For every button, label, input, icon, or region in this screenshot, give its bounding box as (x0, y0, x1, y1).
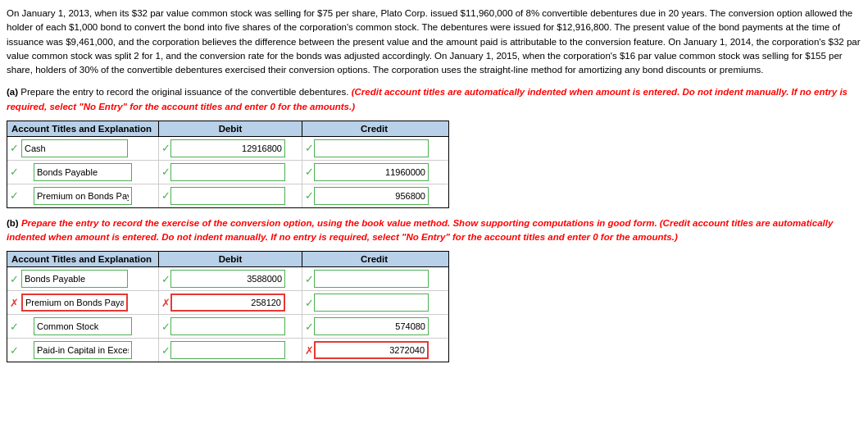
check-icon: ✓ (305, 142, 314, 154)
check-icon: ✓ (305, 166, 314, 178)
cell-debit: ✓ (159, 267, 302, 290)
part-a-letter: (a) (7, 87, 18, 97)
credit-input[interactable] (314, 317, 429, 335)
cell-credit: ✓ (302, 267, 446, 290)
cell-credit: ✓ (302, 291, 446, 314)
debit-input[interactable] (170, 341, 285, 359)
part-b-table-header: Account Titles and Explanation Debit Cre… (7, 252, 448, 267)
intro-paragraph: On January 1, 2013, when its $32 par val… (7, 7, 861, 77)
check-icon: ✓ (305, 273, 314, 285)
table-row: ✓ ✓ ✓ (7, 315, 448, 339)
debit-input[interactable] (170, 163, 285, 181)
check-icon: ✓ (10, 166, 19, 178)
intro-text: On January 1, 2013, when its $32 par val… (7, 8, 861, 75)
check-icon: ✓ (161, 166, 170, 178)
check-icon-error: ✗ (305, 344, 314, 357)
part-b-label: (b) Prepare the entry to record the exer… (7, 216, 861, 245)
credit-input[interactable] (314, 139, 429, 157)
cell-debit: ✓ (159, 339, 302, 362)
cell-credit: ✓ (302, 137, 446, 160)
table-row: ✓ ✓ ✓ (7, 267, 448, 291)
account-title-input[interactable] (34, 187, 132, 205)
check-icon: ✓ (10, 344, 19, 357)
part-a-table-header: Account Titles and Explanation Debit Cre… (7, 121, 448, 137)
cell-title: ✓ (7, 161, 159, 184)
debit-input[interactable] (170, 187, 285, 205)
part-b-letter: (b) (7, 218, 19, 228)
cell-title: ✓ (7, 184, 159, 207)
cell-title: ✓ (7, 267, 159, 290)
debit-input[interactable] (170, 139, 285, 157)
credit-input[interactable] (314, 294, 429, 312)
table-row: ✓ ✓ ✓ (7, 184, 448, 207)
table-row: ✓ ✓ ✓ (7, 137, 448, 161)
part-b-desc: Prepare the entry to record the exercise… (7, 218, 833, 242)
cell-title: ✗ (7, 291, 159, 314)
part-a-label: (a) Prepare the entry to record the orig… (7, 85, 861, 114)
credit-input[interactable] (314, 270, 429, 288)
debit-input[interactable] (170, 317, 285, 335)
check-icon: ✓ (10, 189, 19, 202)
header-debit: Debit (159, 121, 302, 136)
credit-input[interactable] (314, 187, 429, 205)
account-title-input[interactable] (21, 294, 128, 312)
check-icon: ✓ (10, 142, 19, 154)
cell-debit: ✓ (159, 137, 302, 160)
check-icon: ✓ (161, 142, 170, 154)
header-credit: Credit (302, 121, 446, 136)
account-title-input[interactable] (21, 270, 128, 288)
header-account: Account Titles and Explanation (7, 252, 159, 266)
table-row: ✓ ✓ ✓ (7, 161, 448, 184)
account-title-input[interactable] (21, 139, 128, 157)
cell-debit: ✓ (159, 184, 302, 207)
credit-input[interactable] (314, 163, 429, 181)
check-icon: ✓ (305, 297, 314, 309)
cell-title: ✓ (7, 315, 159, 338)
debit-input[interactable] (170, 270, 285, 288)
header-account: Account Titles and Explanation (7, 121, 159, 136)
cell-debit: ✓ (159, 161, 302, 184)
table-row: ✗ ✗ ✓ (7, 291, 448, 315)
cell-credit: ✓ (302, 161, 446, 184)
account-title-input[interactable] (34, 317, 132, 335)
part-a-desc: Prepare the entry to record the original… (20, 87, 351, 97)
cell-title: ✓ (7, 137, 159, 160)
account-title-input[interactable] (34, 341, 132, 359)
header-debit: Debit (159, 252, 302, 266)
check-icon: ✓ (161, 321, 170, 333)
check-icon: ✓ (305, 321, 314, 333)
table-row: ✓ ✓ ✗ (7, 339, 448, 362)
check-icon-error: ✗ (10, 297, 19, 309)
header-credit: Credit (302, 252, 446, 266)
part-b-table: Account Titles and Explanation Debit Cre… (7, 251, 449, 362)
check-icon: ✓ (305, 189, 314, 202)
part-a-table: Account Titles and Explanation Debit Cre… (7, 121, 449, 208)
check-icon: ✓ (10, 321, 19, 333)
check-icon-error: ✗ (161, 297, 170, 309)
cell-debit: ✗ (159, 291, 302, 314)
cell-title: ✓ (7, 339, 159, 362)
cell-debit: ✓ (159, 315, 302, 338)
debit-input[interactable] (170, 294, 285, 312)
cell-credit: ✓ (302, 315, 446, 338)
check-icon: ✓ (161, 273, 170, 285)
check-icon: ✓ (10, 273, 19, 285)
credit-input[interactable] (314, 341, 429, 359)
account-title-input[interactable] (34, 163, 132, 181)
cell-credit: ✓ (302, 184, 446, 207)
cell-credit: ✗ (302, 339, 446, 362)
check-icon: ✓ (161, 344, 170, 357)
check-icon: ✓ (161, 189, 170, 202)
part-b-section: (b) Prepare the entry to record the exer… (7, 216, 861, 363)
part-a-section: (a) Prepare the entry to record the orig… (7, 85, 861, 208)
